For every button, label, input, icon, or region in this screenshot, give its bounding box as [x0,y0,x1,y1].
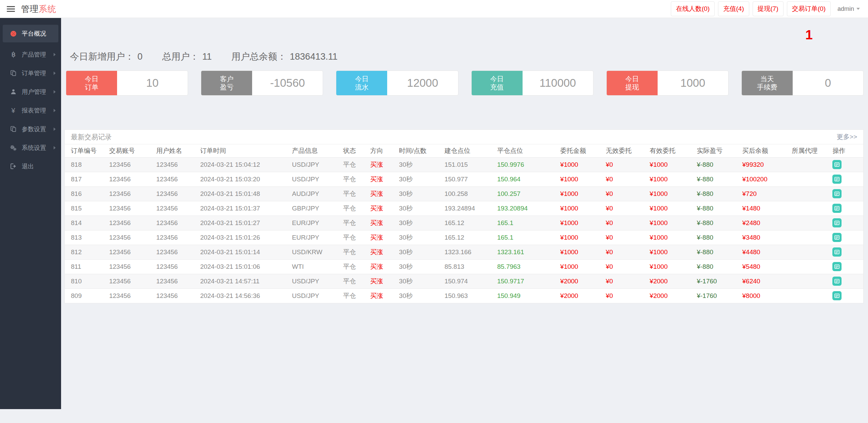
stat-label: 用户总余额： [231,52,286,62]
quick-link-trade-orders[interactable]: 交易订单(0) [787,1,831,16]
cell-time: 2024-03-21 15:01:37 [198,201,290,216]
order-detail-button[interactable] [832,175,842,184]
cell-agent [790,288,830,303]
order-detail-button[interactable] [832,291,842,300]
order-detail-icon [834,235,839,240]
order-detail-button[interactable] [832,189,842,198]
order-detail-button[interactable] [832,247,842,257]
cell-amount: ¥1000 [558,157,604,172]
cell-product: AUD/JPY [290,186,341,201]
more-link[interactable]: 更多>> [837,133,857,141]
cell-account: 123456 [107,230,154,245]
svg-text:B: B [12,52,16,58]
cell-direction: 买涨 [368,288,397,303]
cell-amount: ¥1000 [558,245,604,259]
cell-name: 123456 [154,186,198,201]
app-title-part2: 系统 [39,4,56,14]
cell-status: 平仓 [341,288,368,303]
bitcoin-icon: B [9,51,18,58]
sidebar-item-overview[interactable]: 平台概况 [3,25,58,42]
sidebar-item-products[interactable]: B产品管理 [0,45,61,64]
sidebar-item-orders[interactable]: 订单管理 [0,64,61,82]
sidebar-item-reports[interactable]: ¥报表管理 [0,101,61,120]
cell-account: 123456 [107,201,154,216]
card-value: 10 [117,71,188,95]
yen-icon: ¥ [9,107,18,114]
cell-time: 2024-03-21 15:04:12 [198,157,290,172]
cell-action [830,274,863,288]
cell-valid: ¥1000 [648,259,695,274]
cell-action [830,259,863,274]
summary-card-today-flow: 今日流水12000 [336,71,458,95]
cell-action [830,288,863,303]
card-label: 今日充值 [472,71,523,95]
cell-close: 193.20894 [495,201,558,216]
sidebar-item-users[interactable]: 用户管理 [0,82,61,101]
summary-card-today-fee: 当天手续费0 [742,71,863,95]
cell-duration: 30秒 [397,157,442,172]
sidebar-item-system[interactable]: 系统设置 [0,138,61,157]
sidebar-item-label: 订单管理 [22,69,46,77]
dashboard-icon [9,31,18,37]
order-detail-button[interactable] [832,277,842,286]
order-detail-button[interactable] [832,233,842,242]
sidebar-item-params[interactable]: 参数设置 [0,120,61,138]
stat-label: 今日新增用户： [70,52,134,62]
order-detail-button[interactable] [832,204,842,213]
cell-agent [790,245,830,259]
order-detail-button[interactable] [832,160,842,169]
cell-duration: 30秒 [397,172,442,186]
quick-link-online-users[interactable]: 在线人数(0) [671,1,715,16]
sidebar-item-logout[interactable]: 退出 [0,157,61,176]
order-detail-icon [834,206,839,210]
order-detail-button[interactable] [832,262,842,271]
cell-invalid: ¥0 [604,274,647,288]
cell-open: 150.977 [442,172,495,186]
card-value: 110000 [523,71,593,95]
column-header: 用户姓名 [154,144,198,157]
chevron-right-icon [54,127,56,131]
cell-direction: 买涨 [368,201,397,216]
cell-close: 165.1 [495,216,558,230]
cell-status: 平仓 [341,259,368,274]
cell-valid: ¥2000 [648,274,695,288]
cell-balance: ¥100200 [740,172,790,186]
cell-balance: ¥5480 [740,259,790,274]
cell-duration: 30秒 [397,274,442,288]
cell-order-no: 817 [65,172,107,186]
cell-duration: 30秒 [397,186,442,201]
cell-account: 123456 [107,245,154,259]
order-detail-icon [834,294,839,298]
cell-duration: 30秒 [397,216,442,230]
quick-link-recharge[interactable]: 充值(4) [718,1,749,16]
quick-link-withdraw[interactable]: 提现(7) [753,1,784,16]
top-header: 管理系统 在线人数(0)充值(4)提现(7)交易订单(0)admin [0,0,868,18]
cell-product: USD/KRW [290,245,341,259]
column-header: 实际盈亏 [695,144,740,157]
cell-valid: ¥1000 [648,201,695,216]
stat-total-users: 总用户：11 [162,51,212,63]
column-header: 产品信息 [290,144,341,157]
cell-time: 2024-03-21 15:01:27 [198,216,290,230]
cell-product: EUR/JPY [290,230,341,245]
summary-card-today-recharge: 今日充值110000 [472,71,593,95]
order-detail-button[interactable] [832,218,842,227]
cell-invalid: ¥0 [604,172,647,186]
cell-time: 2024-03-21 15:01:48 [198,186,290,201]
cell-agent [790,172,830,186]
cell-product: EUR/JPY [290,216,341,230]
cell-action [830,201,863,216]
column-header: 操作 [830,144,863,157]
column-header: 订单时间 [198,144,290,157]
cell-open: 193.24894 [442,201,495,216]
cell-name: 123456 [154,216,198,230]
cell-open: 1323.166 [442,245,495,259]
cell-time: 2024-03-21 15:01:14 [198,245,290,259]
cell-amount: ¥1000 [558,186,604,201]
table-row: 8091234561234562024-03-21 14:56:36USD/JP… [65,288,863,303]
cell-open: 165.12 [442,230,495,245]
admin-user-menu[interactable]: admin [834,5,863,13]
cell-pnl: ¥-1760 [695,274,740,288]
main-content: 1 今日新增用户：0总用户：11用户总余额：1836413.11 今日订单10客… [61,18,868,423]
hamburger-menu-icon[interactable] [7,5,15,13]
